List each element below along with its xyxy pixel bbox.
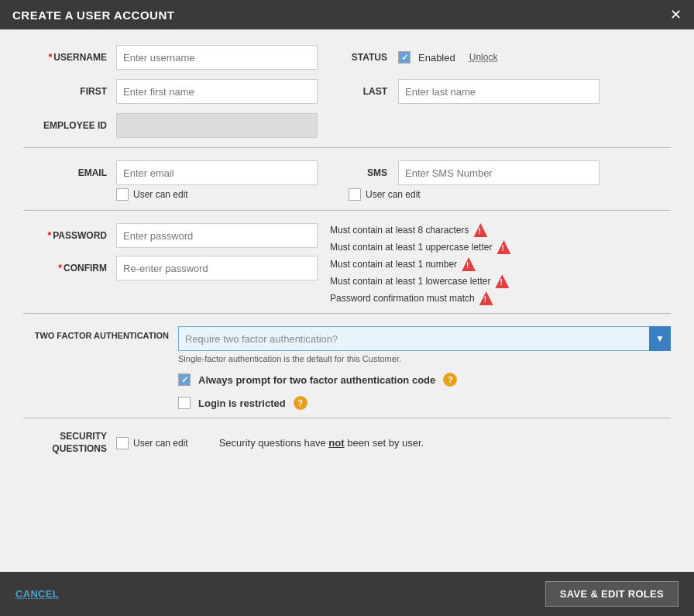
close-button[interactable]: ✕ <box>670 8 682 22</box>
modal-body: USERNAME STATUS Enabled Unlock FIRST LAS… <box>0 29 694 572</box>
name-row: FIRST LAST <box>23 79 671 104</box>
hint-2: Must contain at least 1 uppercase letter <box>330 240 510 254</box>
hint-3: Must contain at least 1 number <box>330 257 510 271</box>
first-label: FIRST <box>23 86 116 97</box>
security-note-bold: not <box>328 437 344 449</box>
last-label: LAST <box>349 86 387 97</box>
password-row: PASSWORD <box>23 223 318 248</box>
login-restricted-row: Login is restricted ? <box>178 396 671 410</box>
two-factor-content: Require two factor authentication? ▼ Sin… <box>178 326 671 410</box>
sms-group: SMS User can edit <box>349 160 600 201</box>
save-button[interactable]: SAVE & EDIT ROLES <box>545 581 679 607</box>
email-group: EMAIL User can edit <box>23 160 318 201</box>
security-note-suffix: been set by user. <box>345 437 424 449</box>
employee-id-input <box>116 113 318 138</box>
username-label: USERNAME <box>23 52 116 63</box>
employee-id-row: EMPLOYEE ID <box>23 113 671 138</box>
always-prompt-checkbox[interactable] <box>178 373 191 386</box>
modal-header: CREATE A USER ACCOUNT ✕ <box>0 0 694 29</box>
hint-5-text: Password confirmation must match <box>330 293 475 304</box>
divider-3 <box>23 313 671 314</box>
last-section: LAST <box>349 79 600 104</box>
enabled-text: Enabled <box>418 52 455 64</box>
warning-icon-5 <box>479 291 493 305</box>
confirm-input[interactable] <box>116 256 318 280</box>
sms-input[interactable] <box>398 160 600 185</box>
hint-4-text: Must contain at least 1 lowercase letter <box>330 276 490 287</box>
hint-1-text: Must contain at least 8 characters <box>330 225 469 236</box>
modal-footer: CANCEL SAVE & EDIT ROLES <box>0 572 694 616</box>
email-input[interactable] <box>116 160 318 185</box>
password-hints: Must contain at least 8 characters Must … <box>330 223 510 305</box>
modal-title: CREATE A USER ACCOUNT <box>12 9 174 22</box>
security-questions-label: SECURITYQUESTIONS <box>23 431 116 455</box>
hint-1: Must contain at least 8 characters <box>330 223 510 237</box>
username-row: USERNAME STATUS Enabled Unlock <box>23 45 671 70</box>
security-user-edit-label: User can edit <box>133 438 188 449</box>
sms-user-can-edit-row: User can edit <box>349 188 600 201</box>
warning-icon-4 <box>495 274 509 288</box>
sms-input-row: SMS <box>349 160 600 185</box>
status-checkbox[interactable] <box>398 51 411 64</box>
two-factor-row: TWO FACTOR AUTHENTICATION Require two fa… <box>23 326 671 410</box>
hint-4: Must contain at least 1 lowercase letter <box>330 274 510 288</box>
username-input[interactable] <box>116 45 318 70</box>
last-input[interactable] <box>398 79 600 104</box>
status-label: STATUS <box>349 52 387 63</box>
hint-3-text: Must contain at least 1 number <box>330 259 457 270</box>
sms-user-edit-label: User can edit <box>366 189 421 200</box>
password-inputs: PASSWORD CONFIRM <box>23 223 318 280</box>
security-note: Security questions have not been set by … <box>219 437 424 449</box>
confirm-row: CONFIRM <box>23 256 318 280</box>
password-label: PASSWORD <box>23 230 116 241</box>
two-factor-select-wrapper: Require two factor authentication? ▼ <box>178 326 671 351</box>
warning-icon-3 <box>462 257 476 271</box>
password-input[interactable] <box>116 223 318 248</box>
password-section: PASSWORD CONFIRM Must contain at least 8… <box>23 223 671 305</box>
modal-dialog: CREATE A USER ACCOUNT ✕ USERNAME STATUS … <box>0 0 694 616</box>
warning-icon-1 <box>473 223 487 237</box>
login-restricted-checkbox[interactable] <box>178 397 191 409</box>
hint-2-text: Must contain at least 1 uppercase letter <box>330 242 492 253</box>
email-sms-row: EMAIL User can edit SMS User can edit <box>23 160 671 201</box>
two-factor-note: Single-factor authentication is the defa… <box>178 354 671 363</box>
hint-5: Password confirmation must match <box>330 291 510 305</box>
email-input-row: EMAIL <box>23 160 318 185</box>
cancel-button[interactable]: CANCEL <box>15 588 59 600</box>
status-section: STATUS Enabled Unlock <box>349 51 497 64</box>
divider-1 <box>23 147 671 148</box>
security-user-edit-group: User can edit <box>116 437 188 449</box>
divider-4 <box>23 418 671 418</box>
employee-id-label: EMPLOYEE ID <box>23 120 116 131</box>
login-restricted-help-icon[interactable]: ? <box>294 396 307 410</box>
divider-2 <box>23 210 671 211</box>
two-factor-select[interactable]: Require two factor authentication? <box>178 326 671 351</box>
email-user-edit-checkbox[interactable] <box>116 188 129 201</box>
always-prompt-row: Always prompt for two factor authenticat… <box>178 373 671 387</box>
confirm-label: CONFIRM <box>23 263 116 274</box>
sms-label: SMS <box>349 167 387 178</box>
login-restricted-label: Login is restricted <box>198 397 286 409</box>
sms-user-edit-checkbox[interactable] <box>349 188 361 201</box>
always-prompt-help-icon[interactable]: ? <box>443 373 457 387</box>
status-controls: Enabled Unlock <box>398 51 497 64</box>
email-label: EMAIL <box>23 167 116 178</box>
warning-icon-2 <box>496 240 510 254</box>
two-factor-label: TWO FACTOR AUTHENTICATION <box>23 326 178 340</box>
email-user-can-edit-row: User can edit <box>116 188 318 201</box>
email-user-edit-label: User can edit <box>133 189 188 200</box>
security-questions-row: SECURITYQUESTIONS User can edit Security… <box>23 431 671 455</box>
select-arrow-icon: ▼ <box>649 326 671 351</box>
unlock-link[interactable]: Unlock <box>469 52 498 63</box>
security-note-prefix: Security questions have <box>219 437 329 449</box>
security-user-edit-checkbox[interactable] <box>116 437 129 449</box>
first-input[interactable] <box>116 79 318 104</box>
always-prompt-label: Always prompt for two factor authenticat… <box>198 374 435 386</box>
